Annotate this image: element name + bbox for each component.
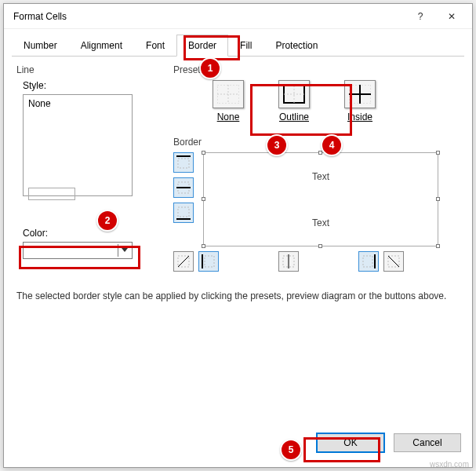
cancel-button[interactable]: Cancel xyxy=(394,433,461,452)
preset-outline[interactable]: Outline xyxy=(271,80,318,122)
hint-text: The selected border style can be applied… xyxy=(16,290,460,301)
svg-rect-13 xyxy=(178,207,189,217)
preview-text-2: Text xyxy=(204,199,438,246)
presets-group-label: Presets xyxy=(173,64,460,75)
tab-fill[interactable]: Fill xyxy=(228,35,263,57)
svg-line-24 xyxy=(388,256,399,267)
help-button[interactable]: ? xyxy=(405,5,436,27)
preset-none-label: None xyxy=(217,111,240,122)
svg-rect-21 xyxy=(363,256,372,267)
help-icon: ? xyxy=(418,11,423,22)
border-bottom-button[interactable] xyxy=(173,203,194,223)
tab-protection[interactable]: Protection xyxy=(263,35,329,57)
tabstrip: Number Alignment Font Border Fill Protec… xyxy=(12,34,464,57)
border-middle-v-button[interactable] xyxy=(278,251,299,272)
border-preview[interactable]: Text Text xyxy=(203,152,438,246)
border-middle-h-button[interactable] xyxy=(173,177,194,198)
style-swatch[interactable] xyxy=(28,188,75,200)
dialog-footer: OK Cancel xyxy=(4,428,472,467)
color-dropdown[interactable] xyxy=(23,242,133,259)
tab-alignment[interactable]: Alignment xyxy=(69,35,134,57)
line-group-label: Line xyxy=(16,64,150,75)
border-diag-down-button[interactable] xyxy=(383,251,404,272)
close-icon: ✕ xyxy=(448,11,456,22)
preset-outline-icon xyxy=(278,80,310,108)
style-none-option[interactable]: None xyxy=(28,98,127,109)
border-left-button[interactable] xyxy=(198,251,219,272)
svg-rect-10 xyxy=(178,159,189,168)
border-diag-up-button[interactable] xyxy=(173,251,194,272)
border-group-label: Border xyxy=(173,137,460,148)
border-right-button[interactable] xyxy=(358,251,379,272)
dialog-title: Format Cells xyxy=(13,11,405,22)
preset-inside-label: Inside xyxy=(347,111,372,122)
tab-border[interactable]: Border xyxy=(176,35,228,57)
preset-outline-label: Outline xyxy=(279,111,309,122)
format-cells-dialog: Format Cells ? ✕ Number Alignment Font B… xyxy=(3,3,473,468)
preset-inside-icon xyxy=(344,80,376,108)
chevron-down-icon xyxy=(118,244,130,257)
style-picker[interactable]: None xyxy=(23,94,133,196)
titlebar: Format Cells ? ✕ xyxy=(4,4,472,29)
ok-button[interactable]: OK xyxy=(317,433,384,452)
tab-font[interactable]: Font xyxy=(134,35,176,57)
line-group: Line Style: None Color: xyxy=(16,64,150,272)
color-label: Color: xyxy=(23,228,150,239)
border-top-button[interactable] xyxy=(173,152,194,173)
preset-inside[interactable]: Inside xyxy=(336,80,383,122)
preview-text-1: Text xyxy=(204,153,438,199)
style-label: Style: xyxy=(23,80,150,91)
preset-none[interactable]: None xyxy=(205,80,252,122)
svg-rect-18 xyxy=(205,256,214,267)
close-button[interactable]: ✕ xyxy=(436,5,467,27)
watermark: wsxdn.com xyxy=(430,460,469,469)
preset-none-icon xyxy=(213,80,244,108)
dialog-body: Line Style: None Color: Presets xyxy=(4,57,472,428)
tab-number[interactable]: Number xyxy=(12,35,69,57)
svg-line-16 xyxy=(178,256,189,267)
